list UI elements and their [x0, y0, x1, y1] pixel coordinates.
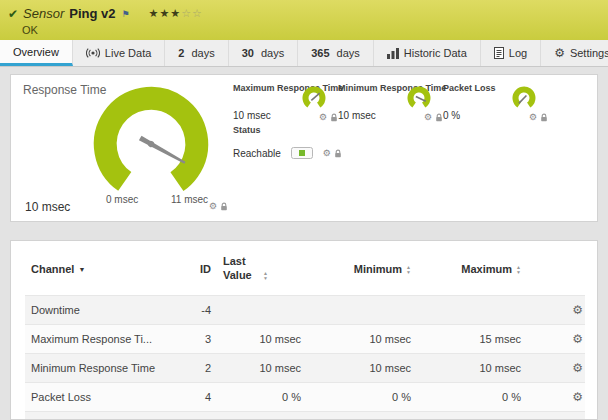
star-empty-icon[interactable]: ☆	[181, 7, 192, 19]
tab-settings[interactable]: ⚙ Settings	[541, 40, 608, 66]
mini-gauge-block: Minimum Response Time10 msec⚙	[338, 83, 443, 123]
column-header-minimum[interactable]: Minimum▲▼	[307, 245, 417, 295]
log-icon	[494, 47, 504, 59]
channel-settings-icon[interactable]: ⚙	[572, 303, 583, 317]
column-label: ID	[200, 263, 211, 275]
main-gauge-value: 10 msec	[25, 200, 70, 214]
channel-settings-icon[interactable]: ⚙	[572, 361, 583, 375]
last-value-cell: 0 %	[217, 382, 307, 411]
row-actions-cell: ⚙	[527, 353, 585, 382]
table-row[interactable]: Minimum Response Time210 msec10 msec10 m…	[25, 353, 585, 382]
lock-icon[interactable]	[435, 113, 443, 122]
lock-icon[interactable]	[540, 113, 548, 122]
tab-historic-data[interactable]: Historic Data	[374, 40, 481, 66]
tab-label-unit: days	[191, 47, 214, 59]
column-header-maximum[interactable]: Maximum▲▼	[417, 245, 527, 295]
ok-check-icon: ✔	[8, 7, 18, 21]
lock-icon[interactable]	[334, 149, 342, 158]
sensor-name: Ping v2	[69, 6, 115, 21]
mini-gauge-value: 10 msec	[338, 110, 376, 121]
maximum-cell: 11 msec	[417, 411, 527, 420]
tab-label: Log	[509, 47, 527, 59]
secondary-gauges: Maximum Response Time10 msec⚙Minimum Res…	[233, 83, 591, 159]
tab-label-number: 2	[178, 47, 184, 59]
sort-both-icon: ▲▼	[263, 271, 268, 281]
star-rating: ★★★☆☆	[149, 8, 203, 19]
minimum-cell: 0 %	[307, 382, 417, 411]
star-filled-icon[interactable]: ★	[170, 7, 181, 19]
mini-gauge-value: 0 %	[443, 110, 460, 121]
minimum-cell: 10 msec	[307, 324, 417, 353]
channel-table-body: Downtime-4⚙Maximum Response Ti...310 mse…	[25, 295, 585, 420]
lock-icon[interactable]	[220, 202, 228, 211]
id-cell: 3	[175, 324, 217, 353]
mini-gauge-dial	[511, 85, 537, 111]
overview-gauge-panel: Response Time 0 msec 11 msec 10 msec ⚙ M…	[10, 74, 598, 222]
gear-icon[interactable]: ⚙	[529, 113, 537, 122]
star-filled-icon[interactable]: ★	[159, 7, 170, 19]
main-gauge-icons: ⚙	[209, 202, 228, 211]
id-cell: 2	[175, 353, 217, 382]
lock-icon[interactable]	[330, 113, 338, 122]
table-row[interactable]: Downtime-4⚙	[25, 295, 585, 324]
tab-label: Historic Data	[404, 47, 467, 59]
sort-desc-icon: ▼	[78, 266, 85, 273]
last-value-cell: 10 msec	[217, 324, 307, 353]
gauge-scale-min-label: 0 msec	[106, 194, 138, 205]
channel-settings-icon[interactable]: ⚙	[572, 390, 583, 404]
star-empty-icon[interactable]: ☆	[192, 7, 203, 19]
sensor-status-badge: OK	[22, 24, 598, 36]
last-value-cell: 10 msec	[217, 411, 307, 420]
table-row[interactable]: Maximum Response Ti...310 msec10 msec15 …	[25, 324, 585, 353]
tab-label: Overview	[13, 46, 59, 58]
last-value-cell: 10 msec	[217, 353, 307, 382]
mini-gauge-dial	[301, 85, 327, 111]
column-label: Minimum	[354, 263, 402, 275]
status-title: Status	[233, 125, 413, 135]
column-header-channel[interactable]: Channel▼	[25, 245, 175, 295]
sort-both-icon: ▲▼	[406, 265, 411, 275]
maximum-cell	[417, 295, 527, 324]
channel-cell: Packet Loss	[25, 382, 175, 411]
tab-label: Settings	[570, 47, 608, 59]
last-value-cell	[217, 295, 307, 324]
tab-log[interactable]: Log	[481, 40, 541, 66]
tab-365-days[interactable]: 365 days	[298, 40, 374, 66]
mini-gauge-dial	[406, 85, 432, 111]
minimum-cell: 10 msec	[307, 411, 417, 420]
sensor-header: ✔ Sensor Ping v2 ⚑ ★★★☆☆ OK	[0, 0, 608, 40]
tab-live-data[interactable]: Live Data	[73, 40, 165, 66]
status-block: Status Reachable ⚙	[233, 125, 413, 159]
id-cell: -4	[175, 295, 217, 324]
maximum-cell: 0 %	[417, 382, 527, 411]
column-header-id[interactable]: ID	[175, 245, 217, 295]
column-header-last-value[interactable]: Last Value▲▼	[217, 245, 307, 295]
row-actions-cell: ⚙	[527, 382, 585, 411]
tab-30-days[interactable]: 30 days	[229, 40, 299, 66]
gauge-needle	[139, 135, 187, 165]
status-value: Reachable	[233, 148, 281, 159]
table-row[interactable]: Response Time010 msec10 msec11 msec⚙	[25, 411, 585, 420]
channel-table: Channel▼ ID Last Value▲▼ Minimum▲▼ Maxim…	[25, 245, 585, 420]
status-indicator-icon	[291, 147, 313, 159]
column-header-actions	[527, 245, 585, 295]
tab-2-days[interactable]: 2 days	[165, 40, 228, 66]
gear-icon[interactable]: ⚙	[424, 113, 432, 122]
gear-icon[interactable]: ⚙	[323, 149, 331, 158]
gear-icon[interactable]: ⚙	[209, 202, 217, 211]
channel-settings-icon[interactable]: ⚙	[572, 332, 583, 346]
tab-overview[interactable]: Overview	[0, 40, 73, 66]
priority-flag-icon[interactable]: ⚑	[122, 9, 130, 19]
sensor-kind-label: Sensor	[23, 6, 64, 21]
table-row[interactable]: Packet Loss40 %0 %0 %⚙	[25, 382, 585, 411]
status-mini-icons: ⚙	[323, 149, 342, 158]
response-time-gauge	[85, 78, 217, 210]
maximum-cell: 10 msec	[417, 353, 527, 382]
minimum-cell: 10 msec	[307, 353, 417, 382]
star-filled-icon[interactable]: ★	[149, 7, 160, 19]
gear-icon[interactable]: ⚙	[319, 113, 327, 122]
channel-cell: Maximum Response Ti...	[25, 324, 175, 353]
tab-label-unit: days	[337, 47, 360, 59]
gauge-scale-max-label: 11 msec	[171, 194, 208, 205]
live-data-icon	[86, 48, 100, 58]
